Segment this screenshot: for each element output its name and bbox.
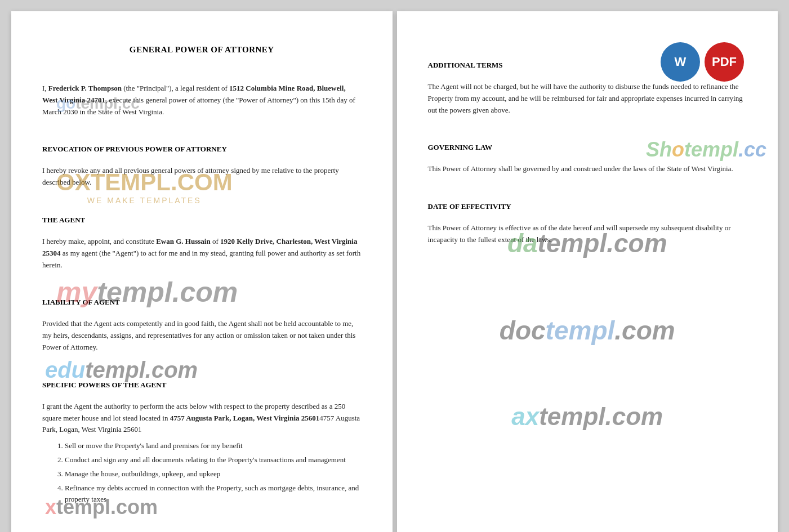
badge-container: W PDF [661,42,744,82]
section3-heading: LIABILITY OF AGENT [42,298,362,307]
word-badge: W [661,42,700,82]
page2-section1-body: The Agent will not be charged, but he wi… [428,81,747,116]
section3-body: Provided that the Agent acts competently… [42,318,362,353]
pages-container: gotempl.cc OXTEMPL.COM WE MAKE TEMPLATES… [11,11,778,532]
page2-section3-body: This Power of Attorney is effective as o… [428,222,747,246]
list-item-1: Sell or move the Property's land and pre… [65,440,362,452]
page2-section2-heading: GOVERNING LAW [428,143,747,152]
pdf-badge: PDF [705,42,744,82]
list-item-3: Manage the house, outbuildings, upkeep, … [65,468,362,480]
watermark-doctempl: doctempl.com [408,315,767,346]
intro-text: I, Frederick P. Thompson (the "Principal… [42,83,362,118]
page2-section3-heading: DATE OF EFFECTIVITY [428,202,747,211]
section2-heading: THE AGENT [42,216,362,225]
section1-body: I hereby revoke any and all previous gen… [42,165,362,189]
section4-heading: SPECIFIC POWERS OF THE AGENT [42,381,362,390]
section4-intro: I grant the Agent the authority to perfo… [42,401,362,436]
list-item-4: Refinance my debts accrued in connection… [65,482,362,506]
watermark-axtempl: axtempl.com [408,403,767,431]
section4-list: Sell or move the Property's land and pre… [42,440,362,506]
section2-body: I hereby make, appoint, and constitute E… [42,236,362,271]
section1-heading: REVOCATION OF PREVIOUS POWER OF ATTORNEY [42,145,362,154]
page-1: gotempl.cc OXTEMPL.COM WE MAKE TEMPLATES… [11,11,393,532]
page-2: W PDF Shotempl.cc datempl.com doctempl.c… [397,11,778,532]
page-title: GENERAL POWER OF ATTORNEY [42,45,362,55]
list-item-2: Conduct and sign any and all documents r… [65,454,362,466]
page2-section2-body: This Power of Attorney shall be governed… [428,163,747,175]
